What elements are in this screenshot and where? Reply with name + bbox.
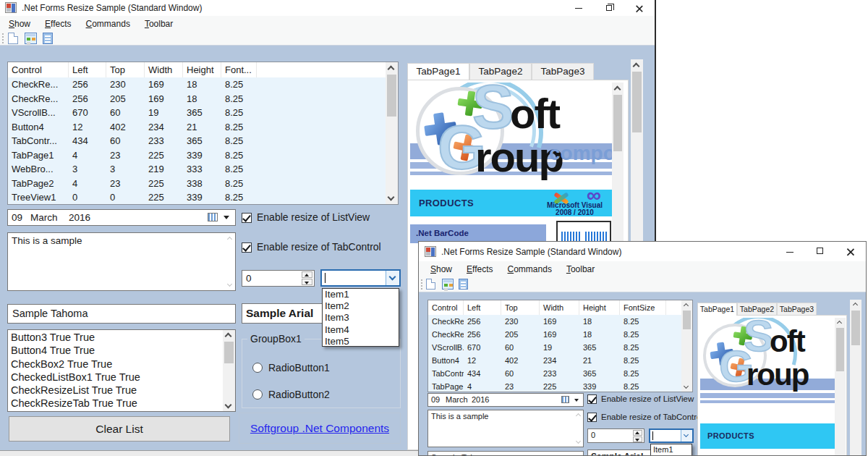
list-item[interactable]: Button4 True True: [11, 344, 222, 357]
calendar-icon[interactable]: [208, 213, 218, 221]
minimize-button[interactable]: [563, 0, 594, 16]
log-listbox[interactable]: Button3 True TrueButton4 True TrueCheckB…: [7, 329, 236, 412]
column-header[interactable]: Height: [579, 300, 620, 315]
table-row[interactable]: TabContr... 434 60 233 365 8.25: [428, 367, 681, 380]
sample-arial-textbox[interactable]: Sample Arial: [587, 449, 654, 456]
numeric-updown[interactable]: 0: [242, 270, 315, 287]
enable-tabcontrol-checkbox[interactable]: [242, 242, 252, 253]
list-item[interactable]: CheckResizeList True True: [11, 384, 222, 397]
sample-textarea[interactable]: This is a sample: [427, 410, 584, 447]
new-document-icon[interactable]: [8, 33, 18, 44]
menu-item[interactable]: Commands: [82, 19, 135, 29]
tab[interactable]: TabPage3: [532, 63, 594, 80]
clear-list-button[interactable]: Clear List: [9, 416, 230, 442]
menu-item[interactable]: Commands: [503, 264, 556, 274]
form-properties-icon[interactable]: [442, 279, 454, 290]
table-row[interactable]: Button4 12 402 234 21 8.25: [8, 120, 386, 135]
scrollbar-thumb[interactable]: [836, 328, 844, 371]
scrollbar-thumb[interactable]: [613, 95, 622, 151]
enable-listview-checkbox[interactable]: [242, 213, 252, 223]
column-header[interactable]: Width: [540, 300, 579, 315]
column-header[interactable]: Control: [428, 300, 464, 315]
enable-tabcontrol-checkbox[interactable]: [587, 413, 597, 422]
table-row[interactable]: CheckRe... 256 230 169 18 8.25: [428, 315, 681, 328]
list-item[interactable]: CheckedListBox1 True True: [11, 371, 222, 384]
menu-item[interactable]: Effects: [462, 264, 497, 274]
toolbar-grip[interactable]: [421, 279, 423, 290]
menu-item[interactable]: Show: [426, 264, 456, 274]
menu-item[interactable]: Toolbar: [562, 264, 599, 274]
scrollbar-thumb[interactable]: [224, 342, 234, 363]
form-list-icon[interactable]: [43, 33, 53, 44]
dropdown-item[interactable]: Item1: [323, 289, 399, 300]
table-row[interactable]: TabPage2 4 23 225 338 8.25: [8, 177, 386, 191]
column-header[interactable]: Height: [183, 62, 221, 77]
listview-scrollbar[interactable]: [386, 62, 398, 204]
scrollbar-thumb[interactable]: [683, 311, 691, 329]
scroll-up-icon[interactable]: [837, 321, 842, 326]
scroll-down-icon[interactable]: [388, 194, 395, 201]
dropdown-item[interactable]: Item1: [651, 444, 692, 455]
dropdown-arrow-icon[interactable]: [574, 399, 579, 402]
column-header[interactable]: Left: [69, 62, 106, 77]
table-row[interactable]: CheckRe... 256 230 169 18 8.25: [8, 77, 386, 92]
titlebar[interactable]: .Net Forms Resize Sample (Standard Windo…: [0, 0, 655, 16]
tab[interactable]: TabPage1: [697, 303, 737, 316]
combobox[interactable]: [320, 269, 401, 287]
column-header[interactable]: Left: [464, 300, 501, 315]
scroll-down-icon[interactable]: [225, 402, 232, 409]
radio-button-1[interactable]: [252, 363, 263, 373]
calendar-icon[interactable]: [561, 396, 569, 403]
list-item[interactable]: ComboBox1 True True: [11, 410, 222, 412]
list-item[interactable]: CheckBox2 True True: [11, 358, 222, 371]
table-row[interactable]: TabPage1 4 23 225 339 8.25: [8, 148, 386, 163]
table-row[interactable]: CheckRe... 256 205 169 18 8.25: [428, 328, 681, 341]
column-header[interactable]: Top: [501, 300, 540, 315]
dropdown-item[interactable]: Item5: [323, 336, 399, 347]
sample-tahoma-textbox[interactable]: Sample Tahoma: [7, 304, 236, 324]
column-header[interactable]: Width: [145, 62, 183, 77]
spin-up-button[interactable]: [302, 271, 312, 278]
spin-up-button[interactable]: [633, 430, 642, 436]
dropdown-item[interactable]: Item2: [323, 300, 399, 312]
minimize-button[interactable]: [775, 242, 805, 261]
listbox-scrollbar[interactable]: [223, 330, 235, 411]
list-item[interactable]: Button3 True True: [11, 331, 222, 344]
column-header[interactable]: Control: [8, 62, 69, 77]
scroll-up-icon[interactable]: [388, 66, 395, 73]
column-header[interactable]: Top: [106, 62, 145, 77]
tab[interactable]: TabPage1: [407, 63, 469, 80]
table-row[interactable]: TreeView1 0 0 225 339 8.25: [8, 190, 386, 205]
panel-scrollbar[interactable]: [850, 300, 861, 456]
toolbar-grip[interactable]: [2, 33, 4, 43]
table-row[interactable]: Button4 12 402 234 21 8.25: [428, 354, 681, 367]
numeric-updown[interactable]: 0: [587, 428, 644, 443]
menu-item[interactable]: Toolbar: [140, 19, 177, 29]
scroll-up-icon[interactable]: [633, 63, 640, 70]
column-header[interactable]: Font...: [221, 62, 257, 77]
scrollbar-thumb[interactable]: [387, 75, 396, 117]
scrollbar-thumb[interactable]: [632, 72, 642, 132]
table-row[interactable]: CheckRe... 256 205 169 18 8.25: [8, 92, 386, 106]
combo-dropdown-button[interactable]: [386, 271, 399, 285]
new-document-icon[interactable]: [426, 279, 435, 290]
menu-item[interactable]: Effects: [41, 19, 75, 29]
spin-down-button[interactable]: [633, 436, 642, 442]
listview-scrollbar[interactable]: [681, 300, 692, 392]
sample-textarea[interactable]: This is a sample: [7, 232, 236, 291]
table-row[interactable]: VScrollB... 670 60 19 365 8.25: [8, 106, 386, 120]
table-row[interactable]: VScrollB... 670 60 19 365 8.25: [428, 341, 681, 354]
date-picker[interactable]: 09 March 2016: [427, 393, 584, 407]
form-list-icon[interactable]: [459, 279, 468, 290]
restore-button[interactable]: [594, 0, 624, 16]
tab[interactable]: TabPage3: [777, 303, 817, 316]
date-picker[interactable]: 09 March 2016: [7, 209, 236, 226]
softgroup-link[interactable]: Softgroup .Net Components: [250, 422, 389, 434]
spin-down-button[interactable]: [302, 279, 312, 285]
tab[interactable]: TabPage2: [469, 63, 532, 80]
column-header[interactable]: FontSize: [620, 300, 666, 315]
scroll-down-icon[interactable]: [684, 384, 689, 389]
table-row[interactable]: WebBro... 3 3 219 333 8.25: [8, 162, 386, 177]
menu-item[interactable]: Show: [4, 19, 35, 29]
tab[interactable]: TabPage2: [737, 303, 777, 316]
